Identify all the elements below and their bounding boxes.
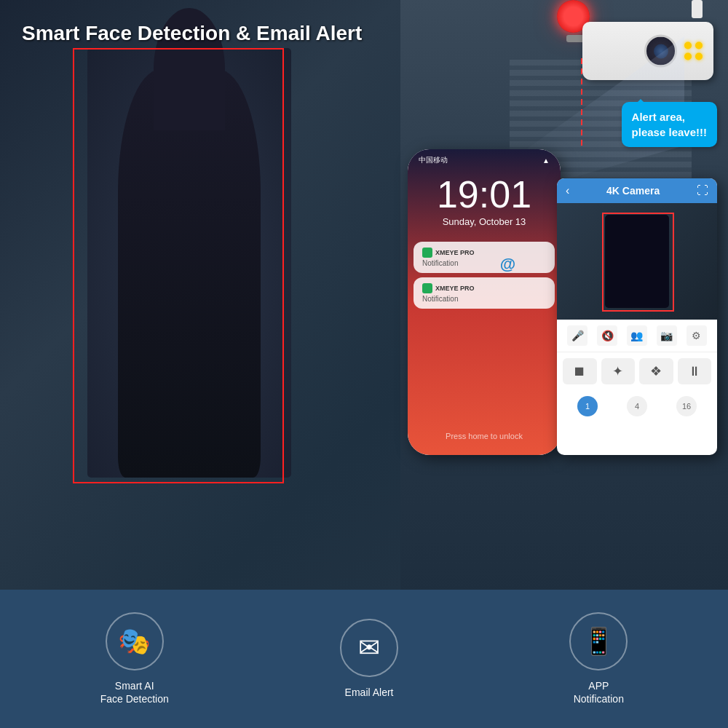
ctrl-settings[interactable]: ⚙ bbox=[687, 325, 707, 346]
app-fullscreen-button[interactable]: ⛶ bbox=[697, 184, 708, 197]
grid-btn-record[interactable]: ⏹ bbox=[563, 358, 597, 384]
main-container: Smart Face Detection & Email Alert bbox=[0, 0, 728, 728]
smart-ai-label: Smart AIFace Detection bbox=[100, 679, 169, 705]
email-alert-icon-circle: ✉ bbox=[340, 619, 398, 677]
email-alert-label: Email Alert bbox=[345, 686, 394, 699]
camera-leds bbox=[684, 42, 703, 60]
phone-mockup: 中国移动 ▲ 19:01 Sunday, October 13 XMEYE PR… bbox=[408, 149, 561, 455]
notif-app-2: XMEYE PRO bbox=[422, 283, 546, 293]
detection-box bbox=[73, 48, 284, 484]
ctrl-microphone[interactable]: 🎤 bbox=[567, 325, 587, 346]
background-scene: Smart Face Detection & Email Alert bbox=[0, 0, 728, 597]
app-controls-bar: 🎤 🔇 👥 📷 ⚙ bbox=[557, 320, 717, 352]
alert-bubble: Alert area,please leave!!! bbox=[622, 102, 717, 147]
notif-app-name-2: XMEYE PRO bbox=[435, 285, 475, 292]
app-notification-icon: 📱 bbox=[582, 626, 615, 657]
page-1-button[interactable]: 1 bbox=[577, 396, 598, 416]
notif-app-icon-1 bbox=[422, 248, 432, 258]
app-page-selector: 1 4 16 bbox=[557, 390, 717, 422]
app-screen: ‹ 4K Camera ⛶ 🎤 🔇 👥 📷 ⚙ ⏹ ✦ ❖ ⏸ bbox=[557, 178, 717, 455]
bottom-feature-bar: 🎭 Smart AIFace Detection ✉ Email Alert 📱… bbox=[0, 590, 728, 728]
feed-detection-box bbox=[602, 213, 674, 312]
phone-notifications: XMEYE PRO Notification XMEYE PRO Notific… bbox=[414, 242, 555, 309]
led-2 bbox=[695, 42, 703, 50]
led-3 bbox=[684, 53, 692, 60]
phone-clock: 19:01 bbox=[415, 175, 553, 213]
app-notification-label-text: APPNotification bbox=[574, 680, 624, 705]
notif-app-name-1: XMEYE PRO bbox=[435, 249, 475, 256]
grid-btn-ptz[interactable]: ✦ bbox=[601, 358, 636, 384]
ctrl-camera[interactable]: 📷 bbox=[657, 325, 677, 346]
alert-bubble-text: Alert area,please leave!!! bbox=[632, 111, 707, 138]
page-16-button[interactable]: 16 bbox=[676, 396, 697, 416]
led-4 bbox=[695, 53, 703, 60]
led-1 bbox=[684, 42, 692, 50]
carrier-text: 中国移动 bbox=[419, 155, 448, 165]
grid-btn-zoom[interactable]: ❖ bbox=[639, 358, 673, 384]
page-title: Smart Face Detection & Email Alert bbox=[22, 22, 362, 45]
phone-screen: 中国移动 ▲ 19:01 Sunday, October 13 XMEYE PR… bbox=[408, 149, 561, 455]
app-grid-buttons: ⏹ ✦ ❖ ⏸ bbox=[557, 352, 717, 390]
phone-status-bar: 中国移动 ▲ bbox=[408, 149, 561, 168]
app-header: ‹ 4K Camera ⛶ bbox=[557, 178, 717, 203]
app-camera-feed bbox=[557, 203, 717, 320]
app-back-button[interactable]: ‹ bbox=[566, 184, 569, 197]
security-camera bbox=[553, 7, 713, 102]
feature-app-notification: 📱 APPNotification bbox=[569, 612, 628, 705]
phone-time-area: 19:01 Sunday, October 13 bbox=[408, 168, 561, 234]
smart-ai-icon: 🎭 bbox=[118, 626, 151, 657]
notification-item-2: XMEYE PRO Notification bbox=[414, 277, 555, 309]
page-4-button[interactable]: 4 bbox=[627, 396, 647, 416]
camera-body bbox=[582, 22, 713, 80]
ctrl-mute[interactable]: 🔇 bbox=[597, 325, 617, 346]
app-notification-label: APPNotification bbox=[574, 679, 624, 705]
notif-message-1: Notification bbox=[422, 259, 546, 267]
phone-date: Sunday, October 13 bbox=[415, 216, 553, 227]
notification-item-1: XMEYE PRO Notification bbox=[414, 242, 555, 273]
smart-ai-icon-circle: 🎭 bbox=[106, 612, 164, 670]
email-at-symbol: @ bbox=[500, 255, 515, 274]
smart-ai-label-text: Smart AIFace Detection bbox=[100, 680, 169, 705]
feature-smart-ai: 🎭 Smart AIFace Detection bbox=[100, 612, 169, 705]
wifi-icon: ▲ bbox=[542, 157, 550, 165]
app-notification-icon-circle: 📱 bbox=[569, 612, 628, 670]
camera-lens bbox=[644, 35, 677, 68]
phone-body: 中国移动 ▲ 19:01 Sunday, October 13 XMEYE PR… bbox=[408, 149, 561, 455]
email-alert-icon: ✉ bbox=[358, 633, 380, 663]
email-alert-label-text: Email Alert bbox=[345, 687, 394, 698]
phone-unlock-text: Press home to unlock bbox=[408, 432, 561, 440]
app-title: 4K Camera bbox=[606, 185, 660, 197]
feature-email-alert: ✉ Email Alert bbox=[340, 619, 398, 699]
notif-app-1: XMEYE PRO bbox=[422, 248, 546, 258]
ctrl-person[interactable]: 👥 bbox=[627, 325, 647, 346]
notif-message-2: Notification bbox=[422, 295, 546, 303]
grid-btn-pause[interactable]: ⏸ bbox=[678, 358, 712, 384]
dashed-line-camera-to-email bbox=[581, 58, 582, 146]
notif-app-icon-2 bbox=[422, 283, 432, 293]
